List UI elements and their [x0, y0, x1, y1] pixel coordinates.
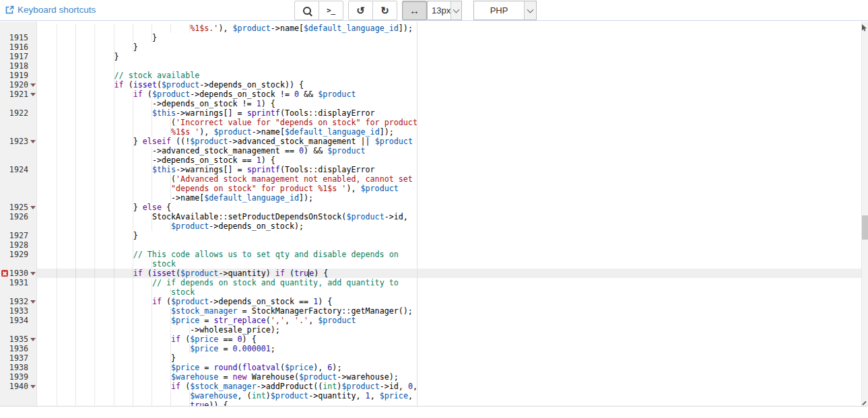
code-line-1923[interactable]: 1923} elseif ((!$product->advanced_stock… [0, 137, 861, 146]
code-text[interactable]: // if depends on stock and quantity, add… [37, 278, 861, 287]
code-text[interactable]: ->advanced_stock_management == 0) && $pr… [37, 146, 861, 155]
code-line-1936[interactable]: 1936$price = 0.000001; [0, 344, 861, 353]
code-line-wrap[interactable]: ->advanced_stock_management == 0) && $pr… [0, 146, 861, 155]
code-text[interactable]: %1$s.'), $product->name[$default_languag… [37, 24, 861, 33]
line-number[interactable]: 1922 [9, 108, 28, 118]
terminal-button[interactable]: >_ [319, 1, 343, 20]
code-line-1930[interactable]: 1930if (isset($product->quantity) if (tr… [0, 269, 861, 278]
code-text[interactable]: if (isset($product->depends_on_stock)) { [37, 80, 861, 90]
code-line-wrap[interactable]: stock [0, 287, 861, 297]
gutter-cell[interactable]: 1939 [0, 372, 37, 382]
gutter-cell[interactable]: 1916 [0, 42, 37, 52]
word-wrap-toggle[interactable]: ↔ [402, 1, 427, 20]
code-line-1929[interactable]: 1929// This code allows us to set qty an… [0, 250, 861, 259]
line-number[interactable]: 1918 [9, 61, 28, 71]
scrollbar-thumb[interactable] [862, 215, 868, 240]
search-button[interactable] [294, 1, 319, 20]
code-line-1935[interactable]: 1935if ($price == 0) { [0, 335, 861, 344]
code-text[interactable]: $price = round(floatval($price), 6); [37, 363, 861, 372]
gutter-cell[interactable]: 1921 [0, 90, 37, 99]
code-text[interactable]: } [37, 33, 861, 42]
code-line-1937[interactable]: 1937} [0, 353, 861, 363]
code-text[interactable]: $warehouse, (int)$product->quantity, 1, … [37, 391, 861, 400]
code-text[interactable]: } [37, 52, 861, 61]
line-number[interactable]: 1937 [9, 353, 28, 363]
code-text[interactable]: } elseif ((!$product->advanced_stock_man… [37, 137, 861, 146]
code-line-1920[interactable]: 1920if (isset($product->depends_on_stock… [0, 80, 861, 90]
gutter-cell[interactable]: 1930 [0, 269, 37, 278]
error-x-icon[interactable] [1, 270, 8, 277]
code-text[interactable]: %1$s '), $product->name[$default_languag… [37, 127, 861, 137]
line-number[interactable]: 1927 [9, 231, 28, 240]
code-text[interactable]: "depends on stock" for product %1$s '), … [37, 184, 861, 193]
code-line-wrap[interactable]: ->depends_on_stock != 1) { [0, 99, 861, 108]
fold-arrow-icon[interactable] [30, 338, 36, 341]
code-line-1926[interactable]: 1926StockAvailable::setProductDependsOnS… [0, 212, 861, 221]
code-line-wrap[interactable]: ('Advanced stock management not enabled,… [0, 174, 861, 184]
line-number[interactable]: 1915 [9, 33, 28, 42]
code-text[interactable]: } [37, 231, 861, 240]
code-line-wrap[interactable]: ->name[$default_language_id]); [0, 193, 861, 203]
code-text[interactable]: if ($stock_manager->addProduct((int)$pro… [37, 382, 861, 391]
code-text[interactable]: } [37, 42, 861, 52]
code-line-1919[interactable]: 1919// stock available [0, 71, 861, 80]
gutter-cell[interactable]: 1918 [0, 61, 37, 71]
line-number[interactable]: 1938 [9, 363, 28, 372]
line-number[interactable]: 1936 [9, 344, 28, 353]
gutter-cell[interactable]: 1926 [0, 212, 37, 221]
line-number[interactable]: 1933 [9, 306, 28, 316]
redo-button[interactable]: ↻ [372, 1, 397, 20]
line-number[interactable]: 1924 [9, 165, 28, 174]
code-text[interactable]: ('Advanced stock management not enabled,… [37, 174, 861, 184]
line-number[interactable]: 1926 [9, 212, 28, 221]
fold-arrow-icon[interactable] [30, 206, 36, 209]
gutter-cell[interactable]: 1924 [0, 165, 37, 174]
line-number[interactable]: 1920 [9, 80, 28, 90]
code-line-wrap[interactable]: ->wholesale_price); [0, 325, 861, 335]
gutter-cell[interactable]: 1936 [0, 344, 37, 353]
line-number[interactable]: 1934 [9, 316, 28, 325]
code-text[interactable]: // This code allows us to set qty and di… [37, 250, 861, 259]
gutter-cell[interactable]: 1929 [0, 250, 37, 259]
code-text[interactable] [37, 240, 861, 250]
code-line-wrap[interactable]: %1$s.'), $product->name[$default_languag… [0, 24, 861, 33]
gutter-cell[interactable]: 1940 [0, 382, 37, 391]
code-line-1921[interactable]: 1921if ($product->depends_on_stock != 0 … [0, 90, 861, 99]
gutter-cell[interactable]: 1915 [0, 33, 37, 42]
code-line-1931[interactable]: 1931// if depends on stock and quantity,… [0, 278, 861, 287]
code-line-1938[interactable]: 1938$price = round(floatval($price), 6); [0, 363, 861, 372]
vertical-scrollbar[interactable] [861, 22, 868, 406]
gutter-cell[interactable]: 1917 [0, 52, 37, 61]
line-number[interactable]: 1930 [9, 269, 28, 278]
fold-arrow-icon[interactable] [30, 140, 36, 143]
code-text[interactable]: $this->warnings[] = sprintf(Tools::displ… [37, 108, 861, 118]
code-text[interactable]: ->depends_on_stock != 1) { [37, 99, 861, 108]
gutter-cell[interactable]: 1931 [0, 278, 37, 287]
code-text[interactable]: $price = 0.000001; [37, 344, 861, 353]
gutter-cell[interactable]: 1925 [0, 203, 37, 212]
code-line-1928[interactable]: 1928 [0, 240, 861, 250]
code-line-1932[interactable]: 1932if ($product->depends_on_stock == 1)… [0, 297, 861, 306]
code-text[interactable]: true)) { [37, 400, 861, 406]
code-text[interactable]: if ($price == 0) { [37, 335, 861, 344]
gutter-cell[interactable]: 1932 [0, 297, 37, 306]
language-select[interactable]: PHP [473, 1, 537, 20]
code-line-wrap[interactable]: ('Incorrect value for "depends on stock"… [0, 118, 861, 127]
gutter-cell[interactable]: 1937 [0, 353, 37, 363]
undo-button[interactable]: ↺ [348, 1, 373, 20]
line-number[interactable]: 1935 [9, 335, 28, 344]
font-size-select[interactable]: 13px [427, 1, 462, 20]
code-line-1918[interactable]: 1918 [0, 61, 861, 71]
code-line-wrap[interactable]: ->depends_on_stock == 1) { [0, 155, 861, 165]
code-text[interactable]: $product->depends_on_stock); [37, 221, 861, 231]
code-text[interactable]: if (isset($product->quantity) if (true) … [37, 269, 861, 278]
code-line-1915[interactable]: 1915} [0, 33, 861, 42]
gutter-cell[interactable]: 1922 [0, 108, 37, 118]
code-line-wrap[interactable]: %1$s '), $product->name[$default_languag… [0, 127, 861, 137]
fold-arrow-icon[interactable] [30, 385, 36, 388]
code-text[interactable]: $this->warnings[] = sprintf(Tools::displ… [37, 165, 861, 174]
code-text[interactable]: $price = str_replace(',', '.', $product [37, 316, 861, 325]
code-text[interactable]: } [37, 353, 861, 363]
code-text[interactable]: // stock available [37, 71, 861, 80]
code-line-1924[interactable]: 1924$this->warnings[] = sprintf(Tools::d… [0, 165, 861, 174]
